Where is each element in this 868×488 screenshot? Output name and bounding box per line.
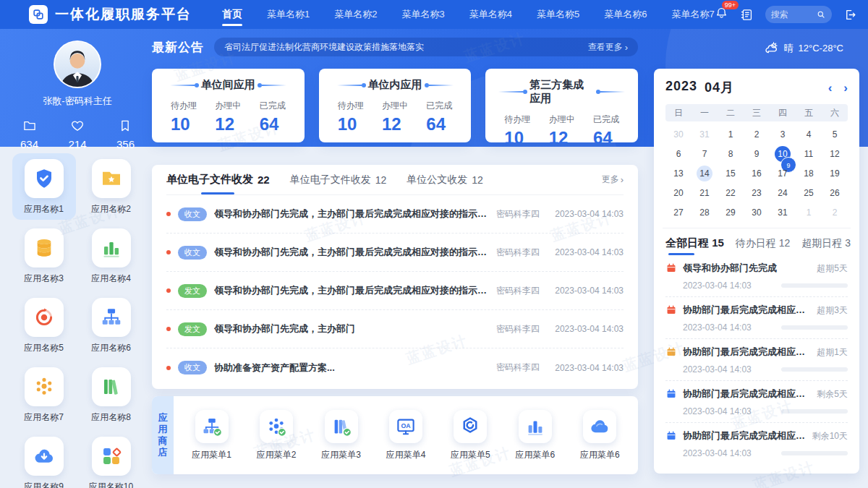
calendar-day-8[interactable]: 7 bbox=[692, 145, 718, 163]
search-icon[interactable] bbox=[816, 9, 826, 20]
sidebar-app-8[interactable]: 应用名称9 bbox=[12, 431, 76, 488]
sidebar-app-3[interactable]: 应用名称4 bbox=[80, 223, 143, 289]
calendar-day-6[interactable]: 5 bbox=[822, 125, 848, 143]
profile-stat-0[interactable]: 634 bbox=[20, 119, 38, 150]
nav-item-1[interactable]: 菜单名称1 bbox=[267, 0, 310, 29]
calendar-day-16[interactable]: 15 bbox=[718, 164, 744, 182]
calendar-day-30[interactable]: 29 bbox=[718, 203, 744, 221]
metric-label: 已完成 bbox=[426, 100, 452, 112]
calendar-day-25[interactable]: 24 bbox=[770, 184, 796, 202]
calendar-day-32[interactable]: 31 bbox=[770, 203, 796, 221]
nav-item-6[interactable]: 菜单名称6 bbox=[604, 0, 647, 29]
nav-item-5[interactable]: 菜单名称5 bbox=[537, 0, 579, 29]
title-ornament-right bbox=[600, 91, 625, 93]
file-row-1[interactable]: 收文领导和协办部门先完成，主办部门最后完成完成相应对接的指示任务办件，请示文密码… bbox=[166, 234, 624, 272]
sidebar-app-2[interactable]: 应用名称3 bbox=[12, 223, 76, 289]
schedule-item-3[interactable]: 协助部门最后完成完成相应对接...剩余5天2023-03-04 14:03 bbox=[665, 381, 848, 423]
calendar-day-7[interactable]: 6 bbox=[665, 145, 692, 163]
calendar-day-0[interactable]: 30 bbox=[665, 125, 692, 143]
calendar-day-31[interactable]: 30 bbox=[744, 203, 770, 221]
calendar-prev-icon[interactable]: ‹ bbox=[828, 82, 833, 94]
announcement-pill[interactable]: 省司法厅促进法制化营商环境建设政策措施落地落实 查看更多› bbox=[214, 38, 638, 56]
calendar-day-3[interactable]: 2 bbox=[744, 125, 770, 143]
sidebar-app-0[interactable]: 应用名称1 bbox=[12, 153, 76, 220]
store-item-4[interactable]: 应用菜单5 bbox=[451, 410, 490, 461]
file-time: 2023-03-04 14:03 bbox=[547, 247, 624, 257]
notifications-button[interactable]: 99+ bbox=[715, 7, 728, 23]
calendar-day-34[interactable]: 2 bbox=[822, 203, 848, 221]
sidebar-app-9[interactable]: 应用名称10 bbox=[80, 431, 143, 488]
calendar-day-24[interactable]: 23 bbox=[744, 184, 770, 202]
schedule-item-0[interactable]: 领导和协办部门先完成超期5天2023-03-04 14:03 bbox=[665, 255, 848, 297]
profile-stat-2[interactable]: 356 bbox=[116, 119, 135, 150]
nav-item-3[interactable]: 菜单名称3 bbox=[401, 0, 444, 29]
calendar-day-5[interactable]: 4 bbox=[796, 125, 822, 143]
nav-item-0[interactable]: 首页 bbox=[222, 0, 242, 29]
profile-stat-1[interactable]: 214 bbox=[68, 119, 86, 150]
store-item-5[interactable]: 应用菜单6 bbox=[515, 410, 555, 461]
schedule-tab-0[interactable]: 全部日程 15 bbox=[665, 236, 724, 255]
calendar-day-10[interactable]: 9 bbox=[744, 145, 770, 163]
sidebar-app-5[interactable]: 应用名称6 bbox=[80, 292, 143, 359]
sidebar-app-1[interactable]: 应用名称2 bbox=[80, 153, 143, 220]
files-tab-2[interactable]: 单位公文收发12 bbox=[407, 165, 483, 194]
calendar-day-26[interactable]: 25 bbox=[796, 184, 822, 202]
stat-card-title: 第三方集成应用 bbox=[529, 78, 594, 106]
calendar-day-28[interactable]: 27 bbox=[665, 203, 692, 221]
schedule-tab-1[interactable]: 待办日程 12 bbox=[736, 237, 790, 255]
weekday-label: 日 bbox=[665, 107, 692, 119]
weekday-label: 二 bbox=[718, 107, 744, 119]
file-row-3[interactable]: 发文领导和协办部门先完成，主办部门密码科李四2023-03-04 14:03 bbox=[166, 310, 624, 348]
file-row-2[interactable]: 发文领导和协办部门先完成，主办部门最后完成完成相应对接的指示任务办件，请示文密码… bbox=[166, 272, 624, 310]
schedule-item-2[interactable]: 协助部门最后完成完成相应对接...超期1天2023-03-04 14:03 bbox=[665, 339, 848, 381]
calendar-day-14[interactable]: 13 bbox=[665, 164, 692, 182]
calendar-next-icon[interactable]: › bbox=[843, 82, 848, 94]
schedule-tag: 超期1天 bbox=[817, 346, 848, 359]
calendar-day-19[interactable]: 18 bbox=[796, 164, 822, 182]
nav-item-4[interactable]: 菜单名称4 bbox=[469, 0, 512, 29]
store-item-3[interactable]: OA应用菜单4 bbox=[386, 410, 426, 461]
sidebar-app-6[interactable]: 应用名称7 bbox=[12, 361, 76, 428]
calendar-day-11[interactable]: 109 bbox=[770, 145, 796, 163]
calendar-day-29[interactable]: 28 bbox=[692, 203, 718, 221]
calendar-day-27[interactable]: 26 bbox=[822, 184, 848, 202]
calendar-day-4[interactable]: 3 bbox=[770, 125, 796, 143]
schedule-item-4[interactable]: 协助部门最后完成完成相应对接...剩余10天2023-03-04 14:03 bbox=[665, 423, 848, 464]
calendar-day-12[interactable]: 11 bbox=[796, 145, 822, 163]
nav-item-2[interactable]: 菜单名称2 bbox=[334, 0, 377, 29]
schedule-tab-2[interactable]: 超期日程 3 bbox=[801, 237, 851, 255]
schedule-item-1[interactable]: 协助部门最后完成完成相应对接...超期3天2023-03-04 14:03 bbox=[665, 297, 848, 339]
address-book-icon[interactable] bbox=[740, 8, 754, 22]
sidebar-app-7[interactable]: 应用名称8 bbox=[80, 361, 143, 428]
calendar-day-9[interactable]: 8 bbox=[718, 145, 744, 163]
metric-1: 办理中12 bbox=[549, 114, 575, 148]
view-more-link[interactable]: 查看更多› bbox=[588, 41, 628, 53]
logout-icon[interactable] bbox=[843, 8, 857, 22]
calendar-day-22[interactable]: 21 bbox=[692, 184, 718, 202]
files-tab-0[interactable]: 单位电子文件收发22 bbox=[166, 165, 270, 194]
files-more-link[interactable]: 更多› bbox=[602, 174, 624, 186]
store-item-2[interactable]: 应用菜单3 bbox=[321, 410, 361, 461]
store-item-1[interactable]: 应用菜单2 bbox=[257, 410, 297, 461]
nav-item-7[interactable]: 菜单名称7 bbox=[671, 0, 714, 29]
search-input[interactable] bbox=[771, 9, 816, 20]
store-item-label: 应用菜单6 bbox=[580, 449, 620, 461]
store-item-0[interactable]: 应用菜单1 bbox=[192, 410, 231, 461]
calendar-day-15[interactable]: 14 bbox=[692, 164, 718, 182]
sidebar-app-4[interactable]: 应用名称5 bbox=[12, 292, 76, 359]
file-row-0[interactable]: 收文领导和协办部门先完成，主办部门最后完成完成相应对接的指示任务办件...密码科… bbox=[166, 195, 624, 234]
calendar-day-13[interactable]: 12 bbox=[822, 145, 848, 163]
calendar-day-23[interactable]: 22 bbox=[718, 184, 744, 202]
avatar[interactable] bbox=[54, 40, 101, 88]
file-row-4[interactable]: 收文协助准备资产资产配置方案...密码科李四2023-03-04 14:03 bbox=[166, 348, 624, 387]
file-time: 2023-03-04 14:03 bbox=[547, 286, 624, 296]
calendar-day-21[interactable]: 20 bbox=[665, 184, 692, 202]
calendar-day-17[interactable]: 16 bbox=[744, 164, 770, 182]
files-tab-1[interactable]: 单位电子文件收发12 bbox=[290, 165, 387, 194]
stat-card-2: 第三方集成应用待办理10办理中12已完成64 bbox=[485, 69, 638, 142]
calendar-day-1[interactable]: 31 bbox=[692, 125, 718, 143]
store-item-6[interactable]: 应用菜单6 bbox=[580, 410, 620, 461]
calendar-day-2[interactable]: 1 bbox=[718, 125, 744, 143]
calendar-day-20[interactable]: 19 bbox=[822, 164, 848, 182]
calendar-day-33[interactable]: 1 bbox=[796, 203, 822, 221]
